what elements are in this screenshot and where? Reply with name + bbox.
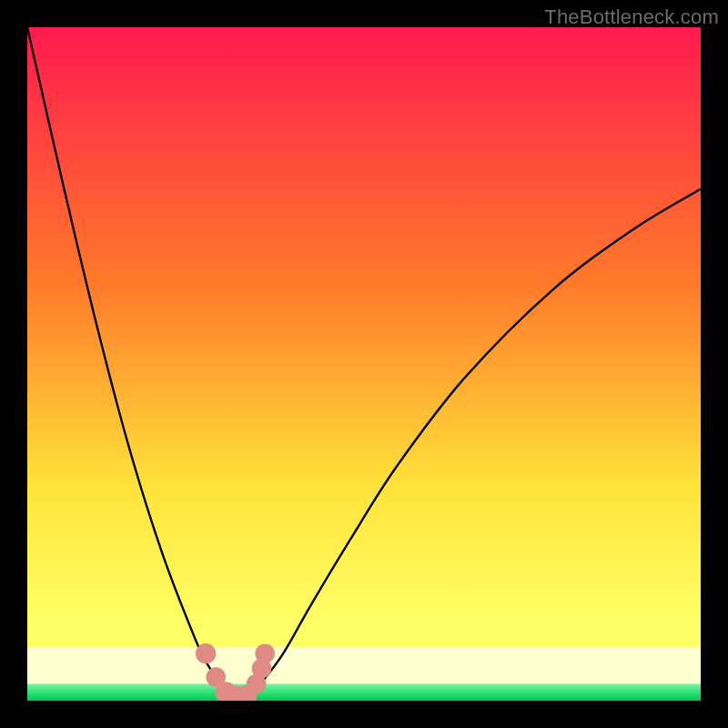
plot-area xyxy=(27,27,701,701)
heat-gradient xyxy=(27,27,701,701)
watermark-text: TheBottleneck.com xyxy=(544,5,719,29)
chart-svg xyxy=(27,27,701,701)
chart-frame: TheBottleneck.com xyxy=(0,0,728,728)
transition-band xyxy=(27,647,701,684)
green-band xyxy=(27,684,701,702)
curve-marker xyxy=(255,643,275,663)
curve-marker xyxy=(196,643,216,663)
